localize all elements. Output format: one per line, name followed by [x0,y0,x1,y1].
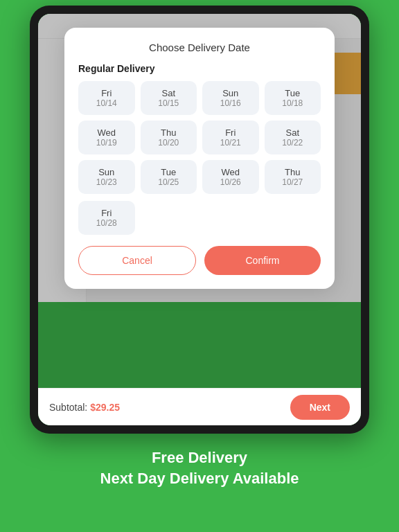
cancel-button[interactable]: Cancel [78,246,196,275]
promo-text: Free Delivery Next Day Delivery Availabl… [100,449,299,488]
tablet-screen: Choose Delivery Date Regular Delivery Fr… [38,14,361,425]
date-day: Sun [82,167,131,177]
date-cell-sun-1016[interactable]: Sun 10/16 [202,81,259,115]
date-cell-wed-1019[interactable]: Wed 10/19 [78,121,135,154]
date-cell-wed-1026[interactable]: Wed 10/26 [202,160,259,194]
next-button[interactable]: Next [290,395,350,420]
date-cell-fri-1014[interactable]: Fri 10/14 [78,81,135,115]
date-day: Thu [145,127,193,138]
date-num: 10/23 [82,177,131,187]
date-day: Fri [82,88,131,98]
date-cell-sat-1015[interactable]: Sat 10/15 [141,81,197,115]
date-day: Sun [206,88,255,98]
date-cell-sat-1022[interactable]: Sat 10/22 [265,121,321,154]
date-grid: Fri 10/14 Sat 10/15 Sun 10/16 Tue [78,81,321,194]
delivery-date-modal: Choose Delivery Date Regular Delivery Fr… [64,28,335,289]
date-num: 10/26 [206,177,255,187]
date-day: Sat [269,127,317,138]
date-day: Thu [269,167,317,177]
date-cell-sun-1023[interactable]: Sun 10/23 [78,160,135,194]
date-cell-tue-1018[interactable]: Tue 10/18 [265,81,321,115]
date-num: 10/25 [145,177,193,187]
date-day: Tue [269,88,317,98]
date-day: Wed [82,127,131,138]
bottom-bar: Subtotal: $29.25 Next [38,388,361,425]
date-cell-thu-1020[interactable]: Thu 10/20 [141,121,197,154]
date-num: 10/16 [206,98,255,108]
app-background: Choose Delivery Date Regular Delivery Fr… [38,14,361,388]
date-num: 10/20 [145,138,193,148]
date-num: 10/22 [269,138,317,148]
date-day: Tue [145,167,193,177]
date-num: 10/28 [82,218,131,228]
tablet-frame: Choose Delivery Date Regular Delivery Fr… [30,6,369,434]
modal-actions: Cancel Confirm [78,246,321,275]
date-num: 10/15 [145,98,193,108]
date-day: Fri [82,208,131,218]
subtotal-label: Subtotal: $29.25 [49,402,120,413]
date-cell-tue-1025[interactable]: Tue 10/25 [141,160,197,194]
confirm-button[interactable]: Confirm [204,246,321,275]
date-num: 10/19 [82,138,131,148]
date-cell-fri-1028[interactable]: Fri 10/28 [78,201,135,235]
date-day: Fri [206,127,255,138]
date-cell-thu-1027[interactable]: Thu 10/27 [265,160,321,194]
date-num: 10/21 [206,138,255,148]
date-cell-fri-1021[interactable]: Fri 10/21 [202,121,259,154]
section-label: Regular Delivery [78,63,321,74]
date-day: Sat [145,88,193,98]
date-grid-last: Fri 10/28 [78,201,321,235]
date-num: 10/14 [82,98,131,108]
modal-title: Choose Delivery Date [78,42,321,53]
date-day: Wed [206,167,255,177]
promo-line1: Free Delivery [100,449,299,467]
promo-line2: Next Day Delivery Available [100,470,299,488]
date-num: 10/27 [269,177,317,187]
modal-overlay: Choose Delivery Date Regular Delivery Fr… [38,14,361,388]
date-num: 10/18 [269,98,317,108]
subtotal-amount: $29.25 [90,402,120,413]
